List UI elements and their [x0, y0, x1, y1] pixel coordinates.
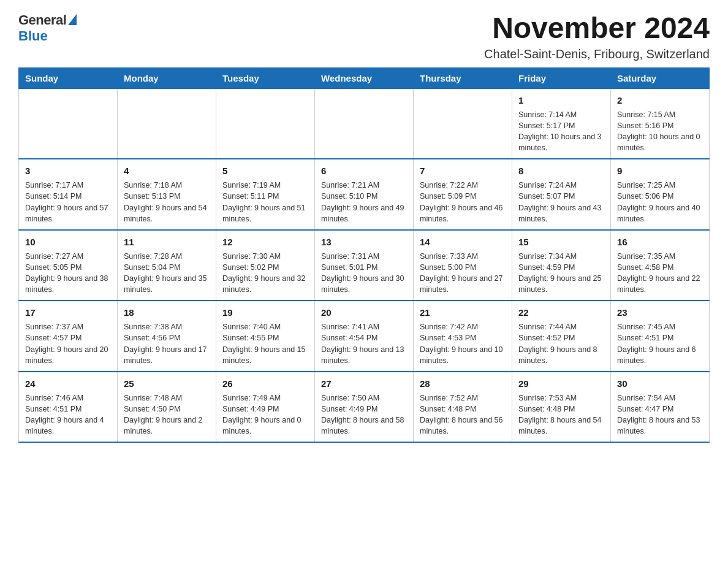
day-info: Sunrise: 7:30 AM Sunset: 5:02 PM Dayligh… — [222, 251, 308, 296]
calendar-week-4: 17Sunrise: 7:37 AM Sunset: 4:57 PM Dayli… — [19, 301, 710, 372]
calendar-cell: 5Sunrise: 7:19 AM Sunset: 5:11 PM Daylig… — [216, 159, 315, 230]
calendar-cell: 19Sunrise: 7:40 AM Sunset: 4:55 PM Dayli… — [216, 301, 315, 372]
calendar-cell — [216, 88, 315, 159]
day-number: 25 — [124, 377, 210, 390]
calendar-cell — [315, 88, 414, 159]
calendar-cell: 3Sunrise: 7:17 AM Sunset: 5:14 PM Daylig… — [19, 159, 118, 230]
calendar-cell — [19, 88, 118, 159]
calendar-cell: 1Sunrise: 7:14 AM Sunset: 5:17 PM Daylig… — [512, 88, 611, 159]
day-number: 24 — [25, 377, 111, 390]
day-number: 6 — [321, 164, 407, 177]
day-info: Sunrise: 7:24 AM Sunset: 5:07 PM Dayligh… — [518, 180, 604, 224]
day-number: 27 — [321, 377, 407, 390]
day-number: 14 — [420, 236, 506, 248]
day-info: Sunrise: 7:38 AM Sunset: 4:56 PM Dayligh… — [124, 321, 210, 366]
calendar-header-saturday: Saturday — [611, 67, 710, 88]
logo: General Blue — [18, 12, 77, 44]
calendar-cell: 25Sunrise: 7:48 AM Sunset: 4:50 PM Dayli… — [118, 372, 216, 443]
calendar-cell: 17Sunrise: 7:37 AM Sunset: 4:57 PM Dayli… — [19, 301, 118, 372]
calendar-header-wednesday: Wednesday — [315, 67, 414, 88]
logo-triangle-icon — [68, 14, 77, 25]
calendar-header-sunday: Sunday — [19, 67, 118, 88]
calendar-cell: 8Sunrise: 7:24 AM Sunset: 5:07 PM Daylig… — [512, 159, 611, 230]
calendar-cell: 9Sunrise: 7:25 AM Sunset: 5:06 PM Daylig… — [611, 159, 710, 230]
day-info: Sunrise: 7:22 AM Sunset: 5:09 PM Dayligh… — [420, 180, 506, 224]
day-number: 7 — [420, 164, 506, 177]
calendar-cell: 26Sunrise: 7:49 AM Sunset: 4:49 PM Dayli… — [216, 372, 315, 443]
day-info: Sunrise: 7:35 AM Sunset: 4:58 PM Dayligh… — [617, 251, 703, 296]
calendar-cell: 22Sunrise: 7:44 AM Sunset: 4:52 PM Dayli… — [512, 301, 611, 372]
day-number: 19 — [222, 306, 308, 319]
calendar-cell: 23Sunrise: 7:45 AM Sunset: 4:51 PM Dayli… — [611, 301, 710, 372]
calendar-cell: 29Sunrise: 7:53 AM Sunset: 4:48 PM Dayli… — [512, 372, 611, 443]
calendar-table: SundayMondayTuesdayWednesdayThursdayFrid… — [18, 67, 710, 443]
day-info: Sunrise: 7:46 AM Sunset: 4:51 PM Dayligh… — [25, 393, 111, 437]
day-number: 23 — [617, 306, 703, 319]
page-title: November 2024 — [484, 12, 710, 45]
day-info: Sunrise: 7:28 AM Sunset: 5:04 PM Dayligh… — [124, 251, 210, 296]
calendar-header-thursday: Thursday — [414, 67, 512, 88]
day-number: 10 — [25, 236, 111, 248]
calendar-cell — [118, 88, 216, 159]
calendar-cell: 4Sunrise: 7:18 AM Sunset: 5:13 PM Daylig… — [118, 159, 216, 230]
day-number: 29 — [518, 377, 604, 390]
logo-blue-text: Blue — [18, 28, 48, 44]
day-number: 18 — [124, 306, 210, 319]
calendar-cell: 15Sunrise: 7:34 AM Sunset: 4:59 PM Dayli… — [512, 230, 611, 301]
page-header: General Blue November 2024 Chatel-Saint-… — [18, 12, 710, 61]
day-number: 20 — [321, 306, 407, 319]
calendar-cell: 6Sunrise: 7:21 AM Sunset: 5:10 PM Daylig… — [315, 159, 414, 230]
day-info: Sunrise: 7:50 AM Sunset: 4:49 PM Dayligh… — [321, 393, 407, 437]
day-number: 17 — [25, 306, 111, 319]
day-info: Sunrise: 7:41 AM Sunset: 4:54 PM Dayligh… — [321, 321, 407, 366]
day-number: 11 — [124, 236, 210, 248]
calendar-cell: 20Sunrise: 7:41 AM Sunset: 4:54 PM Dayli… — [315, 301, 414, 372]
day-number: 22 — [518, 306, 604, 319]
calendar-header-tuesday: Tuesday — [216, 67, 315, 88]
day-number: 26 — [222, 377, 308, 390]
calendar-week-5: 24Sunrise: 7:46 AM Sunset: 4:51 PM Dayli… — [19, 372, 710, 443]
calendar-cell: 13Sunrise: 7:31 AM Sunset: 5:01 PM Dayli… — [315, 230, 414, 301]
day-info: Sunrise: 7:34 AM Sunset: 4:59 PM Dayligh… — [518, 251, 604, 296]
day-number: 16 — [617, 236, 703, 248]
day-info: Sunrise: 7:44 AM Sunset: 4:52 PM Dayligh… — [518, 321, 604, 366]
calendar-cell: 28Sunrise: 7:52 AM Sunset: 4:48 PM Dayli… — [414, 372, 512, 443]
day-number: 4 — [124, 164, 210, 177]
title-block: November 2024 Chatel-Saint-Denis, Fribou… — [484, 12, 710, 61]
day-info: Sunrise: 7:48 AM Sunset: 4:50 PM Dayligh… — [124, 393, 210, 437]
day-number: 15 — [518, 236, 604, 248]
day-info: Sunrise: 7:54 AM Sunset: 4:47 PM Dayligh… — [617, 393, 703, 437]
day-number: 3 — [25, 164, 111, 177]
day-number: 8 — [518, 164, 604, 177]
day-info: Sunrise: 7:27 AM Sunset: 5:05 PM Dayligh… — [25, 251, 111, 296]
day-number: 13 — [321, 236, 407, 248]
day-number: 5 — [222, 164, 308, 177]
day-info: Sunrise: 7:15 AM Sunset: 5:16 PM Dayligh… — [617, 109, 703, 154]
calendar-cell: 10Sunrise: 7:27 AM Sunset: 5:05 PM Dayli… — [19, 230, 118, 301]
calendar-cell: 2Sunrise: 7:15 AM Sunset: 5:16 PM Daylig… — [611, 88, 710, 159]
day-info: Sunrise: 7:21 AM Sunset: 5:10 PM Dayligh… — [321, 180, 407, 224]
day-info: Sunrise: 7:40 AM Sunset: 4:55 PM Dayligh… — [222, 321, 308, 366]
calendar-header-friday: Friday — [512, 67, 611, 88]
day-number: 21 — [420, 306, 506, 319]
day-info: Sunrise: 7:25 AM Sunset: 5:06 PM Dayligh… — [617, 180, 703, 224]
day-info: Sunrise: 7:14 AM Sunset: 5:17 PM Dayligh… — [518, 109, 604, 154]
calendar-cell: 24Sunrise: 7:46 AM Sunset: 4:51 PM Dayli… — [19, 372, 118, 443]
calendar-week-1: 1Sunrise: 7:14 AM Sunset: 5:17 PM Daylig… — [19, 88, 710, 159]
day-info: Sunrise: 7:37 AM Sunset: 4:57 PM Dayligh… — [25, 321, 111, 366]
calendar-cell: 12Sunrise: 7:30 AM Sunset: 5:02 PM Dayli… — [216, 230, 315, 301]
day-number: 2 — [617, 94, 703, 107]
calendar-cell: 18Sunrise: 7:38 AM Sunset: 4:56 PM Dayli… — [118, 301, 216, 372]
day-number: 1 — [518, 94, 604, 107]
day-info: Sunrise: 7:33 AM Sunset: 5:00 PM Dayligh… — [420, 251, 506, 296]
page-subtitle: Chatel-Saint-Denis, Fribourg, Switzerlan… — [484, 47, 710, 61]
calendar-cell: 30Sunrise: 7:54 AM Sunset: 4:47 PM Dayli… — [611, 372, 710, 443]
day-info: Sunrise: 7:19 AM Sunset: 5:11 PM Dayligh… — [222, 180, 308, 224]
day-info: Sunrise: 7:31 AM Sunset: 5:01 PM Dayligh… — [321, 251, 407, 296]
day-info: Sunrise: 7:49 AM Sunset: 4:49 PM Dayligh… — [222, 393, 308, 437]
calendar-cell: 27Sunrise: 7:50 AM Sunset: 4:49 PM Dayli… — [315, 372, 414, 443]
day-info: Sunrise: 7:45 AM Sunset: 4:51 PM Dayligh… — [617, 321, 703, 366]
calendar-header-monday: Monday — [118, 67, 216, 88]
day-number: 30 — [617, 377, 703, 390]
calendar-cell: 14Sunrise: 7:33 AM Sunset: 5:00 PM Dayli… — [414, 230, 512, 301]
